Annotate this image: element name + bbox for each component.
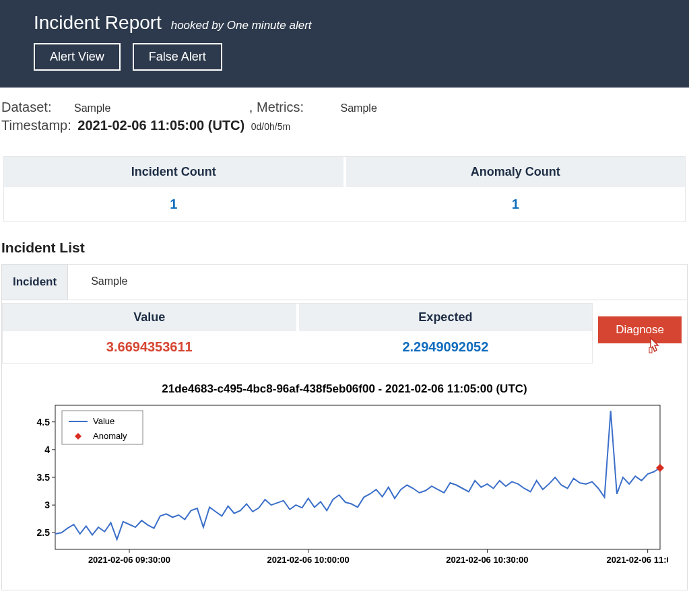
svg-text:2.5: 2.5: [36, 527, 50, 538]
timestamp-label: Timestamp:: [1, 118, 71, 133]
dataset-label: Dataset:: [1, 100, 51, 114]
alert-view-button[interactable]: Alert View: [34, 43, 121, 71]
incident-panel: Incident Sample Value 3.6694353611 Expec…: [1, 264, 688, 590]
tab-incident-extra: Sample: [68, 265, 150, 300]
header-bar: Incident Report hooked by One minute ale…: [0, 0, 689, 88]
svg-text:Anomaly: Anomaly: [93, 431, 127, 441]
anomaly-count-value: 1: [346, 187, 686, 221]
title-text: Incident Report: [34, 12, 162, 33]
value-expected-row: Value 3.6694353611 Expected 2.2949092052…: [2, 300, 687, 364]
chart-container: 21de4683-c495-4bc8-96af-438f5eb06f00 - 2…: [2, 364, 687, 590]
incident-count-value: 1: [4, 187, 343, 221]
counts-table: Incident Count 1 Anomaly Count 1: [3, 156, 686, 222]
value-col: Value 3.6694353611: [3, 304, 299, 363]
metadata-section: Dataset: Sample , Metrics: Sample Timest…: [0, 88, 689, 140]
metrics-label: , Metrics:: [249, 100, 304, 114]
anomaly-count-col: Anomaly Count 1: [346, 157, 686, 221]
expected-col: Expected 2.2949092052: [299, 304, 593, 363]
duration-value: 0d/0h/5m: [251, 121, 290, 132]
diagnose-wrap: Diagnose: [593, 300, 687, 343]
metrics-value: Sample: [341, 102, 377, 114]
tab-incident[interactable]: Incident: [2, 265, 68, 300]
svg-text:Value: Value: [93, 416, 114, 426]
value-header: Value: [3, 304, 296, 331]
svg-text:4: 4: [44, 444, 50, 455]
svg-text:2021-02-06 10:30:00: 2021-02-06 10:30:00: [446, 555, 528, 565]
diagnose-button[interactable]: Diagnose: [598, 316, 682, 343]
dataset-metrics-row: Dataset: Sample , Metrics: Sample: [1, 100, 688, 115]
incident-count-col: Incident Count 1: [4, 157, 346, 221]
svg-text:4.5: 4.5: [36, 417, 50, 427]
dataset-value: Sample: [74, 102, 110, 114]
svg-text:2021-02-06 09:30:00: 2021-02-06 09:30:00: [88, 555, 170, 565]
svg-text:3.5: 3.5: [36, 472, 50, 483]
expected-number: 2.2949092052: [299, 331, 593, 363]
expected-header: Expected: [299, 304, 593, 331]
svg-text:2021-02-06 11:00:00: 2021-02-06 11:00:00: [606, 555, 667, 565]
value-number: 3.6694353611: [3, 331, 296, 363]
value-expected-table: Value 3.6694353611 Expected 2.2949092052: [2, 303, 593, 364]
svg-text:3: 3: [44, 500, 50, 510]
line-chart: 2.533.544.52021-02-06 09:30:002021-02-06…: [22, 401, 668, 576]
page-title: Incident Report hooked by One minute ale…: [34, 12, 655, 34]
incident-list-title: Incident List: [1, 240, 688, 256]
incident-count-header: Incident Count: [4, 157, 343, 187]
svg-text:2021-02-06 10:00:00: 2021-02-06 10:00:00: [267, 555, 349, 565]
timestamp-value: 2021-02-06 11:05:00 (UTC): [77, 118, 244, 133]
chart-title: 21de4683-c495-4bc8-96af-438f5eb06f00 - 2…: [15, 382, 674, 396]
false-alert-button[interactable]: False Alert: [133, 43, 222, 71]
svg-rect-0: [649, 347, 652, 353]
header-button-row: Alert View False Alert: [34, 43, 655, 71]
timestamp-row: Timestamp: 2021-02-06 11:05:00 (UTC) 0d/…: [1, 118, 688, 133]
title-subtitle: hooked by One minute alert: [171, 19, 312, 32]
anomaly-count-header: Anomaly Count: [346, 157, 686, 187]
tab-row: Incident Sample: [2, 265, 687, 300]
svg-rect-1: [55, 405, 660, 549]
